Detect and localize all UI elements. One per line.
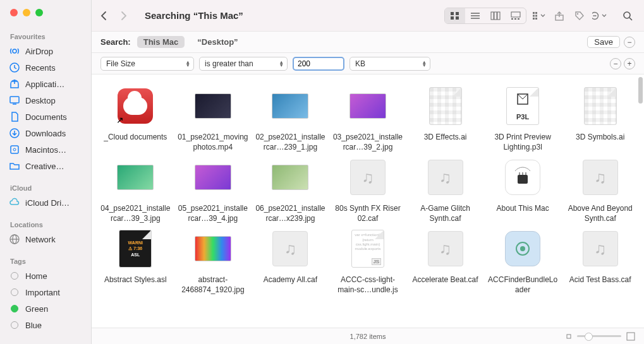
file-item[interactable]: ↗_Cloud documents <box>98 86 173 152</box>
titlebar: Searching “This Mac” <box>92 0 644 32</box>
file-item[interactable]: ♫80s Synth FX Riser 02.caf <box>331 157 406 223</box>
file-name: About This Mac <box>497 204 549 214</box>
scope-this-mac[interactable]: This Mac <box>137 36 185 48</box>
svg-rect-25 <box>535 12 537 14</box>
file-item[interactable]: ♫Acid Test Bass.caf <box>562 228 638 295</box>
criteria-remove-button[interactable]: − <box>610 58 621 69</box>
file-item[interactable]: abstract-2468874_1920.jpg <box>176 228 251 295</box>
file-item[interactable]: 3D Symbols.ai <box>562 86 638 152</box>
file-item[interactable]: About This Mac <box>485 157 561 223</box>
main-pane: Searching “This Mac” Search: This Mac “D… <box>92 0 644 344</box>
svg-rect-17 <box>491 12 494 20</box>
file-item[interactable]: ♫Academy All.caf <box>253 228 328 295</box>
airdrop-icon <box>9 45 20 57</box>
group-by-button[interactable] <box>532 8 547 23</box>
file-item[interactable]: 05_pse2021_installercar…39_4.jpg <box>176 157 251 223</box>
icon-size-slider[interactable] <box>566 332 635 341</box>
small-icon <box>566 333 572 340</box>
svg-rect-18 <box>494 12 497 20</box>
criteria-unit-select[interactable]: KB ▴▾ <box>349 57 430 71</box>
criteria-comparator-select[interactable]: is greater than ▴▾ <box>199 57 288 71</box>
remove-criteria-row-button[interactable]: − <box>624 37 635 48</box>
svg-rect-21 <box>511 18 513 20</box>
sidebar-item[interactable]: Green <box>0 300 91 317</box>
share-button[interactable] <box>552 8 567 23</box>
criteria-comparator-value: is greater than <box>205 59 253 68</box>
svg-rect-46 <box>627 333 635 340</box>
sidebar-item[interactable]: Recents <box>0 59 91 76</box>
search-button[interactable] <box>620 8 635 23</box>
sidebar-item[interactable]: Home <box>0 268 91 284</box>
icon-view-button[interactable] <box>445 8 465 23</box>
criteria-unit-value: KB <box>355 59 365 68</box>
file-thumbnail <box>270 157 310 198</box>
file-thumbnail: ♫ <box>425 157 466 198</box>
sidebar-item-label: Desktop <box>25 96 56 105</box>
svg-rect-19 <box>497 12 500 20</box>
file-item[interactable]: 06_pse2021_installercar…x239.jpg <box>253 157 328 223</box>
file-item[interactable]: P3L3D Print Preview Lighting.p3l <box>485 86 561 152</box>
sidebar-item[interactable]: Documents <box>0 109 91 125</box>
file-item[interactable]: ♫Accelerate Beat.caf <box>408 228 483 295</box>
item-count: 1,782 items <box>350 333 386 340</box>
criteria-add-button[interactable]: + <box>624 58 635 69</box>
svg-rect-10 <box>451 12 454 15</box>
file-item[interactable]: 01_pse2021_movingphotos.mp4 <box>176 86 251 152</box>
file-name: 80s Synth FX Riser 02.caf <box>332 204 403 223</box>
apps-icon <box>9 78 20 90</box>
file-item[interactable]: ♫Above And Beyond Synth.caf <box>562 157 638 223</box>
file-name: Above And Beyond Synth.caf <box>565 204 636 223</box>
zoom-window-button[interactable] <box>35 9 43 16</box>
results-scroll-area[interactable]: ↗_Cloud documents01_pse2021_movingphotos… <box>92 74 644 328</box>
svg-point-36 <box>624 12 630 18</box>
window-title: Searching “This Mac” <box>145 10 243 21</box>
svg-rect-27 <box>535 15 537 16</box>
file-item[interactable]: 02_pse2021_installercar…239_1.jpg <box>253 86 328 152</box>
sidebar-item[interactable]: Network <box>0 231 91 247</box>
sidebar-item[interactable]: Macintos… <box>0 141 91 158</box>
sidebar-item[interactable]: Desktop <box>0 92 91 109</box>
sidebar-item[interactable]: Important <box>0 284 91 300</box>
list-view-button[interactable] <box>465 8 485 23</box>
sidebar-item-label: Blue <box>25 321 42 330</box>
sidebar-item[interactable]: Downloads <box>0 125 91 141</box>
file-name: 02_pse2021_installercar…239_1.jpg <box>255 133 325 152</box>
criteria-attribute-select[interactable]: File Size ▴▾ <box>100 57 194 71</box>
file-item[interactable]: 03_pse2021_installercar…39_2.jpg <box>331 86 406 152</box>
tag-green-icon <box>9 303 20 314</box>
svg-rect-39 <box>518 175 528 184</box>
actions-button[interactable] <box>592 8 607 23</box>
file-thumbnail: ♫ <box>580 157 621 198</box>
file-item[interactable]: ACCFinderBundleLoader <box>485 228 561 295</box>
file-name: 3D Print Preview Lighting.p3l <box>487 133 558 152</box>
file-item[interactable]: var x=function(){return css.light.main}m… <box>331 228 406 295</box>
save-search-button[interactable]: Save <box>587 36 620 48</box>
back-button[interactable] <box>100 11 113 21</box>
close-window-button[interactable] <box>10 9 18 16</box>
criteria-value-input[interactable] <box>293 57 344 71</box>
file-thumbnail: var x=function(){return css.light.main}m… <box>348 228 388 269</box>
sidebar-item[interactable]: iCloud Dri… <box>0 194 91 211</box>
svg-rect-45 <box>567 335 571 338</box>
minimize-window-button[interactable] <box>23 9 30 16</box>
sidebar-item[interactable]: AirDrop <box>0 43 91 59</box>
sidebar-item[interactable]: Creative… <box>0 158 91 174</box>
sidebar-item[interactable]: Blue <box>0 317 91 333</box>
tag-empty-icon <box>9 319 20 331</box>
sidebar-item[interactable]: Applicati… <box>0 76 91 92</box>
file-item[interactable]: 3D Effects.ai <box>408 86 483 152</box>
scrollbar-thumb[interactable] <box>638 77 643 104</box>
slider-track[interactable] <box>577 335 621 337</box>
gallery-view-button[interactable] <box>506 8 526 23</box>
file-item[interactable]: ♫A-Game Glitch Synth.caf <box>408 157 483 223</box>
column-view-button[interactable] <box>485 8 506 23</box>
file-item[interactable]: 04_pse2021_installercar…39_3.jpg <box>98 157 173 223</box>
tags-button[interactable] <box>572 8 587 23</box>
sidebar-item-label: Recents <box>25 63 56 73</box>
svg-rect-22 <box>514 18 516 20</box>
cloud-icon <box>9 197 20 208</box>
tag-empty-icon <box>9 270 20 282</box>
forward-button[interactable] <box>121 11 133 21</box>
scope-desktop[interactable]: “Desktop” <box>191 36 244 48</box>
file-item[interactable]: WARNI⚠ 7:36ASLAbstract Styles.asl <box>98 228 173 295</box>
